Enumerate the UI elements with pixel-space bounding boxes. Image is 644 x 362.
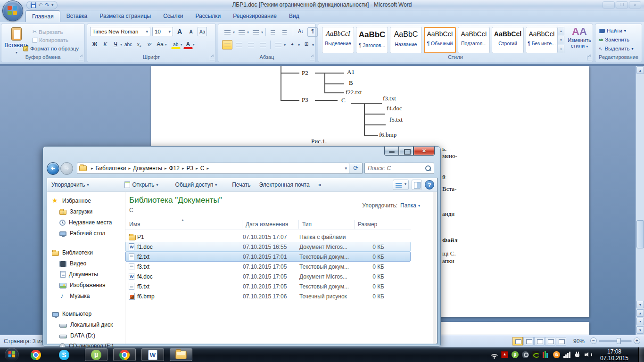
bold-button[interactable]: Ж — [90, 40, 99, 49]
tab-recenzirovanie[interactable]: Рецензирование — [227, 10, 283, 22]
file-row[interactable]: f4.doc07.10.2015 17:05 Документ Micros..… — [125, 272, 411, 281]
nav-group-favorites[interactable]: Избранное — [52, 197, 91, 204]
search-icon[interactable] — [425, 165, 431, 171]
style-zagolovok[interactable]: AaBbC¶ Заголов... — [356, 27, 388, 53]
tab-rassylki[interactable]: Рассылки — [189, 10, 227, 22]
superscript-button[interactable]: x² — [145, 40, 154, 49]
font-size-combo[interactable]: 10▾ — [152, 27, 173, 36]
column-size[interactable]: Размер — [358, 221, 377, 228]
multilevel-list-button[interactable] — [250, 27, 261, 37]
nav-item-local-disk[interactable]: Локальный диск — [59, 321, 113, 328]
decrease-indent-button[interactable] — [268, 27, 279, 37]
nav-item-desktop[interactable]: Рабочий стол — [59, 230, 105, 237]
tab-glavnaya[interactable]: Главная — [25, 10, 60, 22]
subscript-button[interactable]: x₂ — [134, 40, 144, 49]
file-row[interactable]: f6.bmp07.10.2015 17:06 Точечный рисунок0… — [125, 291, 411, 301]
office-button[interactable] — [2, 0, 23, 21]
nav-item-pictures[interactable]: Изображения — [59, 282, 105, 288]
change-view-button[interactable] — [393, 180, 409, 190]
shrink-font-button[interactable]: A — [186, 27, 196, 36]
style-vydelenie[interactable]: AaBbCcIВыделение — [322, 27, 354, 53]
style-podzagolovok[interactable]: AaBbCcIПодзагол... — [458, 27, 490, 53]
tray-clock[interactable]: 17:08 07.10.2015 — [593, 348, 636, 362]
select-button[interactable]: ↖ Выделить▾ — [599, 46, 633, 51]
column-date[interactable]: Дата изменения — [246, 221, 288, 228]
copy-button[interactable]: Копировать — [33, 37, 68, 43]
taskbar-chrome-pinned[interactable] — [25, 348, 47, 361]
italic-button[interactable]: К — [100, 40, 110, 49]
sort-button[interactable]: А↓ — [296, 27, 306, 37]
page-indicator[interactable]: Страница: 3 из — [4, 338, 43, 345]
line-spacing-button[interactable] — [273, 40, 283, 49]
zoom-out-icon[interactable]: − — [590, 337, 597, 344]
help-icon[interactable]: ? — [425, 180, 434, 189]
shading-button[interactable]: ◕ — [287, 40, 297, 49]
web-layout-icon[interactable] — [534, 337, 545, 346]
nvidia-icon[interactable] — [532, 351, 539, 358]
justify-button[interactable] — [257, 40, 268, 49]
file-pane-scrollbar[interactable] — [433, 192, 437, 344]
minimize-icon[interactable]: — — [603, 1, 615, 8]
tab-ssylki[interactable]: Ссылки — [157, 10, 189, 22]
maximize-icon[interactable] — [399, 147, 413, 156]
align-right-button[interactable] — [246, 40, 256, 49]
organize-button[interactable]: Упорядочить▾ — [47, 180, 93, 190]
breadcrumb-segment[interactable]: Библиотеки — [96, 165, 126, 172]
share-button[interactable]: Общий доступ▾ — [171, 180, 222, 190]
start-button[interactable] — [5, 348, 19, 362]
scroll-down-icon[interactable]: ▼ — [636, 301, 644, 308]
nav-group-computer[interactable]: Компьютер — [52, 311, 91, 317]
file-row[interactable]: f1.doc07.10.2015 16:55 Документ Micros..… — [125, 242, 411, 252]
qat-customize-icon[interactable]: ▾ — [51, 2, 53, 8]
strikethrough-button[interactable]: abc — [123, 40, 133, 49]
highlight-caret-icon[interactable]: ▾ — [181, 42, 182, 47]
dialog-launcher-icon[interactable] — [310, 56, 314, 60]
print-layout-icon[interactable] — [512, 337, 523, 346]
taskbar-skype-pinned[interactable]: S — [53, 348, 75, 361]
taskbar-explorer[interactable] — [170, 348, 192, 361]
nav-item-data-disk[interactable]: DATA (D:) — [59, 332, 95, 339]
draft-icon[interactable] — [556, 337, 566, 346]
replace-button[interactable]: ab Заменить — [599, 37, 629, 42]
cut-button[interactable]: Вырезать — [33, 29, 63, 35]
change-styles-button[interactable]: АA Изменить стили ▾ — [567, 26, 592, 55]
breadcrumb-segment[interactable]: Ф12 — [169, 165, 179, 172]
arrange-by-control[interactable]: Упорядочить: Папка▾ — [362, 202, 420, 209]
dialog-launcher-icon[interactable] — [587, 56, 592, 60]
utorrent-tray-icon[interactable]: µ — [512, 351, 519, 358]
taskbar-utorrent[interactable]: µ — [85, 348, 107, 361]
nav-item-music[interactable]: Музыка — [59, 293, 90, 299]
gallery-down-icon[interactable]: ▼ — [558, 36, 564, 44]
find-button[interactable]: Найти▾ — [599, 28, 626, 33]
underline-caret-icon[interactable]: ▾ — [120, 42, 122, 47]
outline-icon[interactable] — [545, 337, 555, 346]
style-bez-intervala[interactable]: AaBbCcI¶ Без инте... — [526, 27, 558, 53]
font-color-button[interactable]: А — [183, 40, 193, 49]
grow-font-button[interactable]: A — [175, 27, 184, 36]
change-case-button[interactable]: Aa — [155, 40, 165, 49]
close-icon[interactable]: × — [413, 147, 435, 156]
zoom-thumb[interactable] — [617, 338, 621, 344]
show-paragraph-marks-button[interactable]: ¶ — [307, 27, 318, 37]
open-button[interactable]: Открыть▾ — [120, 180, 162, 190]
style-strogij[interactable]: AaBbCclСтрогий — [492, 27, 524, 53]
taskbar-chrome[interactable] — [113, 348, 136, 361]
undo-icon[interactable]: ↶ — [38, 2, 43, 8]
nav-item-downloads[interactable]: Загрузки — [59, 208, 92, 215]
preview-pane-button[interactable] — [412, 180, 422, 190]
search-box[interactable] — [364, 163, 434, 174]
maximize-icon[interactable]: ❐ — [616, 1, 628, 8]
breadcrumb[interactable]: ▸ Библиотеки ▸ Документы ▸ Ф12 ▸ Р3 ▸ С … — [77, 163, 349, 174]
show-desktop-button[interactable] — [638, 347, 644, 362]
dialog-launcher-icon[interactable] — [79, 56, 83, 60]
align-center-button[interactable] — [234, 40, 244, 49]
search-input[interactable] — [368, 165, 421, 172]
volume-icon[interactable] — [584, 351, 591, 358]
file-row[interactable]: P107.10.2015 17:07 Папка с файлами — [125, 232, 411, 242]
breadcrumb-segment[interactable]: С — [200, 165, 205, 172]
equalizer-icon[interactable] — [543, 351, 550, 358]
redo-icon[interactable]: ↷ — [45, 2, 50, 8]
clear-formatting-button[interactable]: Aa — [198, 27, 207, 36]
nav-item-documents[interactable]: Документы — [59, 271, 98, 278]
email-button[interactable]: Электронная почта — [255, 180, 314, 190]
